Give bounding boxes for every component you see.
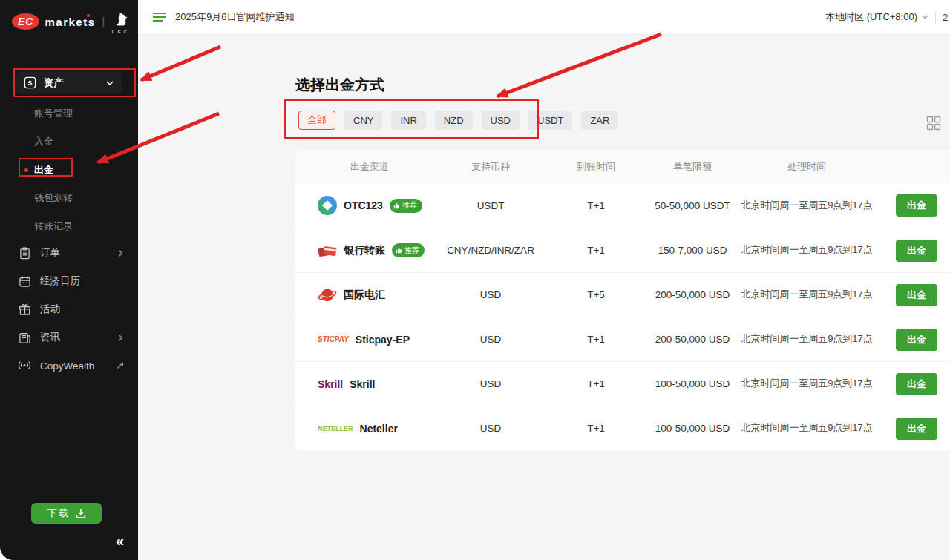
collapse-sidebar-button[interactable]: « bbox=[116, 533, 124, 550]
sidebar-item-label: 钱包划转 bbox=[34, 191, 73, 205]
clipboard-icon bbox=[18, 247, 31, 260]
sidebar-item-label: 资讯 bbox=[40, 331, 60, 344]
sidebar-item-label: 转账记录 bbox=[34, 220, 73, 233]
brand-wordmark: markets bbox=[45, 16, 95, 28]
arrival-time: T+1 bbox=[537, 200, 655, 211]
topbar-divider bbox=[935, 11, 936, 23]
thumb-up-icon bbox=[396, 247, 402, 254]
channel-name: Skrill bbox=[350, 378, 375, 390]
sidebar-item-economic-calendar[interactable]: 经济日历 bbox=[0, 267, 138, 295]
channel-name: Neteller bbox=[360, 423, 398, 435]
processing-time: 北京时间周一至周五9点到17点 bbox=[730, 421, 883, 435]
filter-chip-nzd[interactable]: NZD bbox=[435, 111, 473, 130]
sidebar-item-label: 活动 bbox=[40, 303, 60, 316]
withdraw-button[interactable]: 出金 bbox=[896, 329, 937, 351]
supported-currency: USDT bbox=[444, 200, 537, 211]
filter-chip-all[interactable]: 全部 bbox=[298, 111, 335, 130]
lfc-logo: L.F.C. bbox=[111, 9, 131, 34]
col-header-arrival: 到账时间 bbox=[537, 160, 655, 174]
table-row: 银行转账 推荐 CNY/NZD/INR/ZAR T+1 150-7,000 US… bbox=[295, 228, 950, 272]
sidebar-item-copywealth[interactable]: CopyWealth bbox=[0, 352, 138, 380]
supported-currency: CNY/NZD/INR/ZAR bbox=[444, 245, 537, 256]
notice-list-icon bbox=[153, 12, 168, 22]
sidebar-item-label: 入金 bbox=[34, 135, 53, 148]
sidebar-item-deposit[interactable]: 入金 bbox=[0, 128, 138, 156]
filter-chip-usd[interactable]: USD bbox=[482, 111, 520, 130]
sidebar-item-orders[interactable]: 订单 bbox=[0, 239, 138, 267]
channel-name: 国际电汇 bbox=[344, 289, 385, 302]
sidebar-item-assets[interactable]: $ 资产 bbox=[16, 71, 122, 94]
ec-logo-badge: EC bbox=[12, 13, 39, 30]
neteller-logo: NETELLER bbox=[318, 425, 353, 432]
download-button[interactable]: 下载 bbox=[31, 503, 102, 524]
arrival-time: T+1 bbox=[537, 423, 655, 434]
sidebar-item-account-management[interactable]: 账号管理 bbox=[0, 99, 138, 128]
assets-submenu: 账号管理 入金 出金 钱包划转 转账记录 bbox=[0, 99, 138, 240]
lfc-label: L.F.C. bbox=[112, 30, 131, 34]
notice-text: 2025年9月6日官网维护通知 bbox=[175, 10, 294, 24]
table-row: NETELLER Neteller USD T+1 100-50,000 USD… bbox=[295, 406, 950, 450]
clipped-datetime: 2 bbox=[943, 12, 950, 23]
sidebar-item-label: CopyWealth bbox=[40, 360, 94, 372]
bank-cards-icon bbox=[318, 243, 337, 259]
calendar-icon bbox=[18, 275, 31, 288]
withdraw-methods-table: 出金渠道 支持币种 到账时间 单笔限额 处理时间 OTC123 推荐 USDT … bbox=[295, 150, 950, 450]
arrival-time: T+1 bbox=[537, 334, 655, 345]
sticpay-logo: STICPAY bbox=[318, 335, 349, 343]
processing-time: 北京时间周一至周五9点到17点 bbox=[730, 287, 883, 302]
recommended-badge: 推荐 bbox=[390, 199, 422, 213]
withdraw-button[interactable]: 出金 bbox=[896, 418, 937, 440]
news-icon bbox=[18, 332, 31, 344]
filter-chip-cny[interactable]: CNY bbox=[344, 111, 382, 130]
per-transaction-limit: 150-7,000 USD bbox=[655, 245, 730, 256]
otc123-icon bbox=[318, 196, 337, 215]
withdraw-button[interactable]: 出金 bbox=[896, 373, 937, 395]
sidebar-menu: 订单 经济日历 活动 bbox=[0, 239, 138, 380]
dollar-icon: $ bbox=[24, 76, 36, 89]
withdraw-button[interactable]: 出金 bbox=[896, 284, 937, 306]
sidebar-item-label: 出金 bbox=[34, 163, 53, 177]
broadcast-icon bbox=[18, 359, 31, 372]
sidebar-item-transfer-records[interactable]: 转账记录 bbox=[0, 212, 138, 240]
thumb-up-icon bbox=[393, 202, 400, 209]
table-header-row: 出金渠道 支持币种 到账时间 单笔限额 处理时间 bbox=[295, 150, 950, 183]
arrival-time: T+1 bbox=[537, 245, 655, 256]
skrill-logo: Skrill bbox=[318, 378, 343, 390]
badge-label: 推荐 bbox=[402, 200, 417, 211]
supported-currency: USD bbox=[444, 378, 537, 389]
recommended-badge: 推荐 bbox=[392, 243, 425, 257]
withdraw-button[interactable]: 出金 bbox=[896, 194, 937, 217]
sidebar-item-activities[interactable]: 活动 bbox=[0, 295, 138, 323]
supported-currency: USD bbox=[444, 289, 537, 300]
supported-currency: USD bbox=[444, 423, 537, 434]
table-row: STICPAY Sticpay-EP USD T+1 200-50,000 US… bbox=[295, 317, 950, 361]
sidebar-item-withdraw[interactable]: 出金 bbox=[0, 156, 138, 184]
withdraw-button[interactable]: 出金 bbox=[896, 240, 937, 262]
grid-view-icon[interactable] bbox=[926, 116, 941, 134]
table-row: Skrill Skrill USD T+1 100-50,000 USD 北京时… bbox=[295, 361, 950, 406]
sidebar-item-label: 账号管理 bbox=[34, 107, 73, 120]
processing-time: 北京时间周一至周五9点到17点 bbox=[730, 243, 883, 257]
table-row: OTC123 推荐 USDT T+1 50-50,000 USDT 北京时间周一… bbox=[295, 183, 950, 228]
filter-chip-usdt[interactable]: USDT bbox=[528, 111, 572, 130]
per-transaction-limit: 100-50,000 USD bbox=[655, 378, 730, 389]
gift-icon bbox=[18, 303, 31, 316]
chevron-right-icon bbox=[117, 249, 125, 257]
currency-filter-group: 全部 CNY INR NZD USD USDT ZAR bbox=[298, 111, 618, 130]
channel-name: Sticpay-EP bbox=[356, 334, 410, 346]
filter-chip-zar[interactable]: ZAR bbox=[581, 111, 618, 130]
per-transaction-limit: 100-50,000 USD bbox=[655, 423, 730, 434]
timezone-selector[interactable]: 本地时区 (UTC+8:00) bbox=[825, 10, 928, 24]
processing-time: 北京时间周一至周五9点到17点 bbox=[730, 198, 883, 213]
filter-chip-inr[interactable]: INR bbox=[391, 111, 425, 130]
per-transaction-limit: 50-50,000 USDT bbox=[655, 200, 730, 211]
sidebar-item-news[interactable]: 资讯 bbox=[0, 323, 138, 352]
channel-name: 银行转账 bbox=[344, 244, 385, 257]
maintenance-notice[interactable]: 2025年9月6日官网维护通知 bbox=[153, 10, 294, 24]
page-title: 选择出金方式 bbox=[295, 75, 384, 95]
sidebar-item-wallet-transfer[interactable]: 钱包划转 bbox=[0, 184, 138, 212]
arrival-time: T+5 bbox=[537, 289, 655, 300]
processing-time: 北京时间周一至周五9点到17点 bbox=[730, 376, 883, 391]
download-label: 下载 bbox=[48, 507, 71, 520]
per-transaction-limit: 200-50,000 USD bbox=[655, 289, 730, 300]
